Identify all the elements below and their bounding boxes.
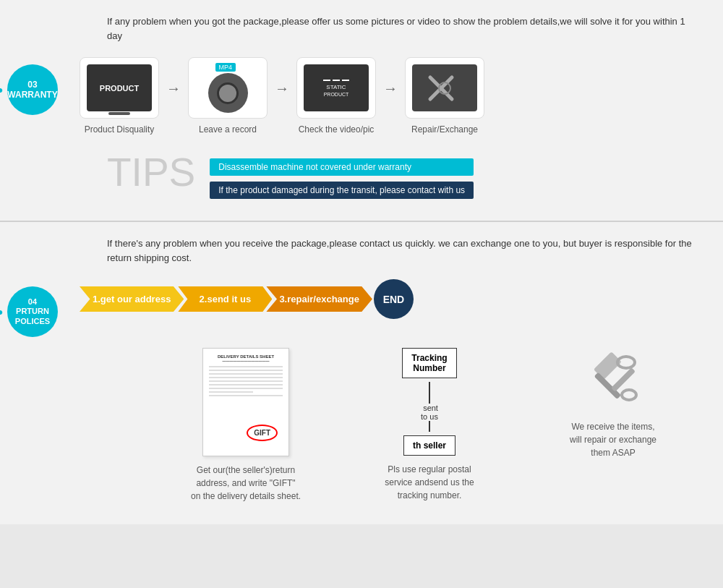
detail-tools-text: We receive the items,will repair or exch… — [570, 420, 656, 459]
return-intro-text: If there's any problem when you receive … — [107, 237, 694, 265]
return-right-content: 1.get our address 2.send it us 3.repair/… — [58, 279, 723, 503]
return-badge: 04PRTURNPOLICES — [7, 286, 58, 337]
sheet-title: DELIVERY DETAILS SHEET————————————— — [209, 354, 283, 363]
arrow-2: → — [275, 80, 289, 97]
tracking-number-box: TrackingNumber — [402, 348, 456, 378]
sent-to-us-label: sentto us — [421, 404, 438, 421]
tools-icon-svg — [577, 348, 649, 413]
return-step-1: 1.get our address — [80, 286, 184, 312]
warranty-intro-text: If any problem when you got the package,… — [107, 14, 694, 43]
step4-label: Repair/Exchange — [411, 124, 478, 135]
step1-label: Product Disquality — [85, 124, 155, 135]
step-check-video: STATIC PRODUCT Check the video/pic — [296, 57, 376, 135]
video-icon-box: STATIC PRODUCT — [296, 57, 376, 119]
camera-lens — [217, 82, 239, 104]
video-lines — [323, 80, 349, 81]
repair-icon-box — [405, 57, 484, 119]
tracking-diagram: TrackingNumber sentto us th seller — [402, 348, 456, 456]
video-icon: STATIC PRODUCT — [304, 64, 369, 111]
tips-notices: Disassemble machine not covered under wa… — [210, 158, 474, 199]
camera-icon-box: MP4 — [188, 57, 268, 119]
mp4-badge: MP4 — [215, 63, 236, 72]
warranty-section: If any problem when you got the package,… — [0, 0, 723, 222]
seller-box: th seller — [403, 435, 455, 456]
detail-delivery: DELIVERY DETAILS SHEET————————————— — [165, 348, 327, 503]
warranty-content: 03WARRANTY PRODUCT Product Disquality → … — [0, 57, 723, 135]
product-icon: PRODUCT — [87, 64, 152, 111]
end-circle: END — [374, 279, 414, 319]
return-badge-text: 04PRTURNPOLICES — [15, 297, 50, 326]
warranty-badge-text: 03WARRANTY — [7, 80, 57, 100]
arrow-3: → — [383, 80, 398, 97]
step2-label: Leave a record — [199, 124, 257, 135]
svg-rect-6 — [611, 367, 636, 392]
product-icon-box: PRODUCT — [80, 57, 159, 119]
tracking-arrow-col: sentto us — [421, 382, 438, 432]
return-section: If there's any problem when you receive … — [0, 222, 723, 524]
delivery-sheet: DELIVERY DETAILS SHEET————————————— — [202, 348, 289, 456]
warranty-steps: PRODUCT Product Disquality → MP4 Leave a… — [80, 57, 484, 135]
svg-point-7 — [622, 390, 636, 400]
arrow-1: → — [166, 80, 181, 97]
tips-word: TIPS — [107, 153, 195, 192]
return-step-3: 3.repair/exchange — [266, 286, 372, 312]
camera-icon-wrap: MP4 — [208, 63, 248, 113]
step3-label: Check the video/pic — [299, 124, 375, 135]
sheet-lines — [209, 366, 283, 396]
return-details: DELIVERY DETAILS SHEET————————————— — [165, 348, 694, 503]
camera-body — [208, 73, 248, 113]
return-main-row: 04PRTURNPOLICES 1.get our address 2.send… — [0, 279, 723, 503]
detail-tracking: TrackingNumber sentto us th seller Pls u… — [348, 348, 510, 503]
return-steps-row: 1.get our address 2.send it us 3.repair/… — [80, 279, 723, 319]
gift-label: GIFT — [247, 425, 278, 441]
tips-notice-2: If the product damaged during the transi… — [210, 182, 474, 199]
repair-icon — [412, 64, 477, 111]
detail-tracking-text: Pls use regular postalservice andsend us… — [385, 463, 474, 502]
step-repair-exchange: Repair/Exchange — [405, 57, 484, 135]
step-leave-record: MP4 Leave a record — [188, 57, 268, 135]
repair-tools-svg — [423, 70, 466, 106]
tips-section: TIPS Disassemble machine not covered und… — [107, 153, 694, 199]
detail-tools: We receive the items,will repair or exch… — [532, 348, 694, 503]
detail-delivery-text: Get our(the seller's)returnaddress, and … — [191, 464, 301, 503]
return-step-2: 2.send it us — [178, 286, 272, 312]
tracking-flow: sentto us — [421, 382, 438, 432]
tips-notice-1: Disassemble machine not covered under wa… — [210, 158, 474, 176]
video-label: PRODUCT — [324, 92, 349, 97]
warranty-badge: 03WARRANTY — [7, 64, 58, 115]
step-product-disquality: PRODUCT Product Disquality — [80, 57, 159, 135]
